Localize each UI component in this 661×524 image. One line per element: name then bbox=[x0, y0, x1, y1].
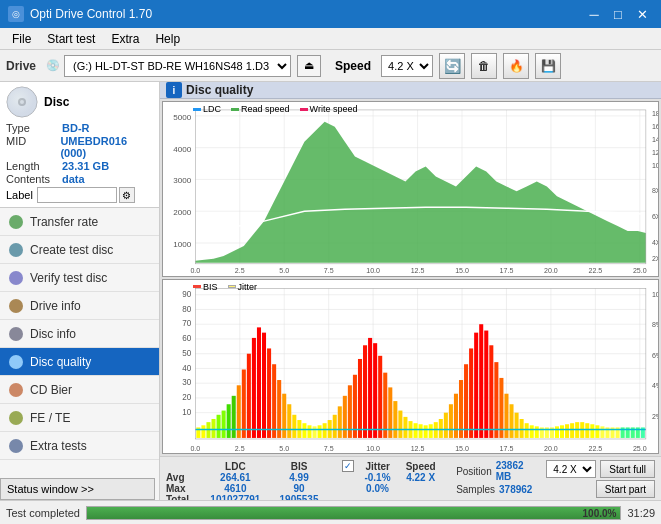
progress-bar: 100.0% bbox=[86, 506, 621, 520]
svg-rect-103 bbox=[302, 423, 306, 438]
jitter-header: Jitter bbox=[354, 461, 401, 472]
svg-text:10.0: 10.0 bbox=[366, 443, 380, 452]
svg-text:1000: 1000 bbox=[173, 240, 192, 249]
svg-rect-136 bbox=[469, 348, 473, 437]
svg-rect-138 bbox=[479, 324, 483, 438]
svg-rect-119 bbox=[383, 372, 387, 437]
svg-text:90: 90 bbox=[182, 289, 191, 298]
speed-dropdown[interactable]: 4.2 X bbox=[546, 460, 596, 478]
svg-text:80: 80 bbox=[182, 304, 191, 313]
svg-text:3000: 3000 bbox=[173, 176, 192, 185]
nav-create-test-disc[interactable]: Create test disc bbox=[0, 236, 159, 264]
disc-panel: Disc Type BD-R MID UMEBDR016 (000) Lengt… bbox=[0, 82, 159, 208]
disc-contents-row: Contents data bbox=[6, 173, 153, 185]
svg-text:4%: 4% bbox=[652, 381, 658, 390]
bis-header: BIS bbox=[270, 461, 328, 472]
stats-panel: LDC BIS ✓ Jitter Speed Avg 264.61 4.99 -… bbox=[160, 456, 661, 500]
svg-text:17.5: 17.5 bbox=[500, 267, 514, 274]
drive-select[interactable]: (G:) HL-DT-ST BD-RE WH16NS48 1.D3 bbox=[64, 55, 291, 77]
legend-bis: BIS bbox=[193, 282, 218, 292]
write-speed-legend-dot bbox=[300, 108, 308, 111]
svg-rect-109 bbox=[333, 415, 337, 438]
disc-label-btn[interactable]: ⚙ bbox=[119, 187, 135, 203]
nav-transfer-rate[interactable]: Transfer rate bbox=[0, 208, 159, 236]
position-info: Position 23862 MB Samples 378962 bbox=[456, 460, 538, 495]
svg-text:60: 60 bbox=[182, 334, 191, 343]
disc-contents-value: data bbox=[62, 173, 85, 185]
svg-text:2.5: 2.5 bbox=[235, 443, 245, 452]
svg-text:8%: 8% bbox=[652, 320, 658, 329]
svg-rect-140 bbox=[489, 345, 493, 438]
svg-rect-139 bbox=[484, 330, 488, 437]
chart1-legend: LDC Read speed Write speed bbox=[193, 104, 357, 114]
status-window-button[interactable]: Status window >> bbox=[0, 478, 155, 500]
speed-select[interactable]: 4.2 X bbox=[381, 55, 433, 77]
close-button[interactable]: ✕ bbox=[631, 4, 653, 24]
svg-text:20: 20 bbox=[182, 393, 191, 402]
elapsed-time: 31:29 bbox=[627, 507, 655, 519]
menu-start-test[interactable]: Start test bbox=[39, 30, 103, 48]
svg-rect-155 bbox=[565, 424, 569, 438]
start-part-button[interactable]: Start part bbox=[596, 480, 655, 498]
eject-button[interactable]: ⏏ bbox=[297, 55, 321, 77]
position-label: Position bbox=[456, 466, 492, 477]
nav-fe-te[interactable]: FE / TE bbox=[0, 404, 159, 432]
disc-type-value: BD-R bbox=[62, 122, 90, 134]
svg-rect-86 bbox=[217, 415, 221, 438]
main-area: Disc Type BD-R MID UMEBDR016 (000) Lengt… bbox=[0, 82, 661, 500]
svg-rect-113 bbox=[353, 374, 357, 437]
disc-label-field-label: Label bbox=[6, 189, 33, 201]
svg-rect-126 bbox=[419, 424, 423, 438]
disc-label-input[interactable] bbox=[37, 187, 117, 203]
svg-text:2.5: 2.5 bbox=[235, 267, 245, 274]
svg-rect-89 bbox=[232, 396, 236, 438]
menu-extra[interactable]: Extra bbox=[103, 30, 147, 48]
svg-rect-114 bbox=[358, 359, 362, 438]
legend-jitter: Jitter bbox=[228, 282, 258, 292]
burn-button[interactable]: 🔥 bbox=[503, 53, 529, 79]
svg-text:6%: 6% bbox=[652, 351, 658, 360]
avg-jitter: -0.1% bbox=[354, 472, 401, 483]
svg-text:GB: GB bbox=[627, 275, 638, 276]
nav-verify-test-disc[interactable]: Verify test disc bbox=[0, 264, 159, 292]
nav-extra-tests[interactable]: Extra tests bbox=[0, 432, 159, 460]
svg-rect-141 bbox=[494, 362, 498, 438]
nav-disc-info[interactable]: Disc info bbox=[0, 320, 159, 348]
disc-label-row: Label ⚙ bbox=[6, 187, 153, 203]
svg-text:50: 50 bbox=[182, 348, 191, 357]
disc-length-value: 23.31 GB bbox=[62, 160, 109, 172]
erase-button[interactable]: 🗑 bbox=[471, 53, 497, 79]
max-ldc: 4610 bbox=[201, 483, 271, 494]
refresh-button[interactable]: 🔄 bbox=[439, 53, 465, 79]
samples-label: Samples bbox=[456, 484, 495, 495]
chart2-svg: 90 80 70 60 50 40 30 20 10 10% 8% 6% 4% … bbox=[163, 280, 658, 454]
minimize-button[interactable]: ─ bbox=[583, 4, 605, 24]
svg-rect-162 bbox=[600, 426, 604, 438]
content-area: i Disc quality LDC Read speed bbox=[160, 82, 661, 500]
status-text: Test completed bbox=[6, 507, 80, 519]
svg-text:7.5: 7.5 bbox=[324, 443, 334, 452]
menu-file[interactable]: File bbox=[4, 30, 39, 48]
nav-cd-bier[interactable]: CD Bier bbox=[0, 376, 159, 404]
menu-help[interactable]: Help bbox=[147, 30, 188, 48]
disc-mid-value: UMEBDR016 (000) bbox=[60, 135, 153, 159]
nav-disc-quality[interactable]: Disc quality bbox=[0, 348, 159, 376]
ldc-legend-dot bbox=[193, 108, 201, 111]
progress-bar-fill bbox=[87, 507, 620, 519]
svg-text:10%: 10% bbox=[652, 289, 658, 298]
menu-bar: File Start test Extra Help bbox=[0, 28, 661, 50]
chart1-svg: 5000 4000 3000 2000 1000 18X 16X 14X 12X… bbox=[163, 102, 658, 276]
speed-row: 4.2 X Start full bbox=[546, 460, 655, 478]
jitter-checkbox[interactable]: ✓ bbox=[342, 461, 354, 472]
start-full-button[interactable]: Start full bbox=[600, 460, 655, 478]
svg-rect-133 bbox=[454, 393, 458, 437]
save-button[interactable]: 💾 bbox=[535, 53, 561, 79]
svg-rect-135 bbox=[464, 364, 468, 438]
disc-quality-title: Disc quality bbox=[186, 83, 253, 97]
nav-drive-info[interactable]: Drive info bbox=[0, 292, 159, 320]
svg-text:25.0: 25.0 bbox=[633, 267, 647, 274]
svg-rect-161 bbox=[595, 425, 599, 438]
total-bis: 1905535 bbox=[270, 494, 328, 500]
svg-rect-106 bbox=[318, 425, 322, 438]
maximize-button[interactable]: □ bbox=[607, 4, 629, 24]
